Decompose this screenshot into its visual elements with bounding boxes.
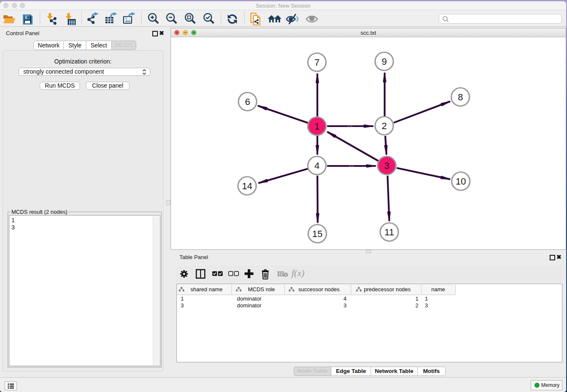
- svg-text:8: 8: [458, 92, 463, 102]
- svg-text:7: 7: [314, 57, 319, 68]
- svg-text:14: 14: [242, 181, 252, 191]
- svg-text:15: 15: [312, 229, 322, 239]
- svg-text:10: 10: [456, 176, 466, 187]
- svg-text:4: 4: [314, 160, 319, 171]
- svg-text:2: 2: [382, 121, 387, 131]
- svg-text:3: 3: [384, 160, 389, 171]
- svg-text:9: 9: [382, 56, 387, 67]
- svg-text:6: 6: [245, 97, 250, 107]
- svg-text:1: 1: [314, 121, 319, 132]
- svg-text:11: 11: [385, 227, 394, 237]
